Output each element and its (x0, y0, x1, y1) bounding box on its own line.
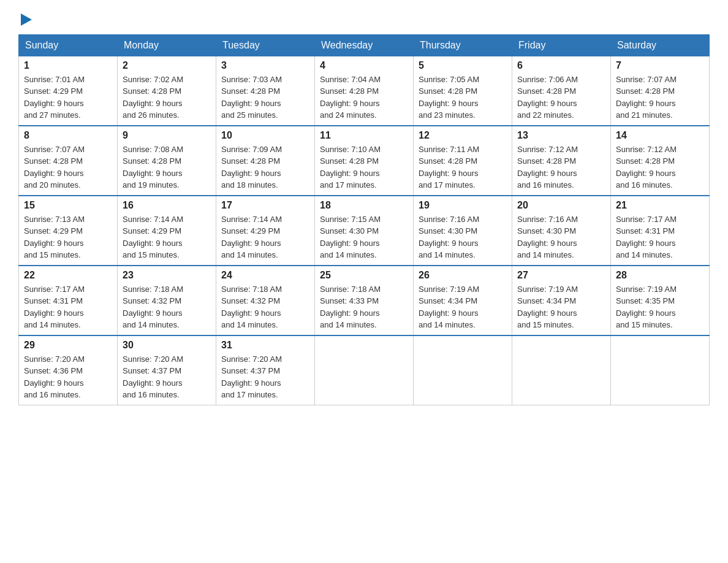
day-number: 9 (123, 130, 211, 141)
calendar-week-row: 29Sunrise: 7:20 AMSunset: 4:36 PMDayligh… (19, 335, 710, 405)
day-info: Sunrise: 7:15 AMSunset: 4:30 PMDaylight:… (320, 213, 408, 261)
day-number: 1 (24, 60, 112, 71)
day-number: 25 (320, 270, 408, 281)
calendar-cell: 6Sunrise: 7:06 AMSunset: 4:28 PMDaylight… (512, 56, 611, 126)
day-number: 13 (517, 130, 605, 141)
calendar-cell: 30Sunrise: 7:20 AMSunset: 4:37 PMDayligh… (118, 335, 216, 405)
day-info: Sunrise: 7:03 AMSunset: 4:28 PMDaylight:… (221, 74, 309, 121)
day-info: Sunrise: 7:18 AMSunset: 4:32 PMDaylight:… (123, 283, 211, 331)
day-number: 19 (419, 200, 507, 211)
day-number: 30 (123, 340, 211, 351)
day-number: 18 (320, 200, 408, 211)
calendar-cell: 18Sunrise: 7:15 AMSunset: 4:30 PMDayligh… (315, 196, 414, 266)
day-number: 16 (123, 200, 211, 211)
calendar-cell: 28Sunrise: 7:19 AMSunset: 4:35 PMDayligh… (611, 266, 710, 335)
calendar-header-row: SundayMondayTuesdayWednesdayThursdayFrid… (19, 34, 710, 56)
day-number: 5 (419, 60, 507, 71)
calendar-cell: 22Sunrise: 7:17 AMSunset: 4:31 PMDayligh… (19, 266, 118, 335)
column-header-saturday: Saturday (611, 34, 710, 56)
calendar-cell: 10Sunrise: 7:09 AMSunset: 4:28 PMDayligh… (216, 126, 315, 196)
day-number: 20 (517, 200, 605, 211)
calendar-table: SundayMondayTuesdayWednesdayThursdayFrid… (18, 34, 710, 405)
calendar-cell: 26Sunrise: 7:19 AMSunset: 4:34 PMDayligh… (414, 266, 512, 335)
day-info: Sunrise: 7:17 AMSunset: 4:31 PMDaylight:… (24, 283, 112, 331)
day-number: 26 (419, 270, 507, 281)
day-number: 23 (123, 270, 211, 281)
day-info: Sunrise: 7:18 AMSunset: 4:32 PMDaylight:… (221, 283, 309, 331)
day-number: 10 (221, 130, 309, 141)
day-number: 14 (616, 130, 704, 141)
calendar-cell: 23Sunrise: 7:18 AMSunset: 4:32 PMDayligh… (118, 266, 216, 335)
calendar-cell: 25Sunrise: 7:18 AMSunset: 4:33 PMDayligh… (315, 266, 414, 335)
calendar-cell: 21Sunrise: 7:17 AMSunset: 4:31 PMDayligh… (611, 196, 710, 266)
day-number: 17 (221, 200, 309, 211)
calendar-cell: 14Sunrise: 7:12 AMSunset: 4:28 PMDayligh… (611, 126, 710, 196)
day-info: Sunrise: 7:05 AMSunset: 4:28 PMDaylight:… (419, 74, 507, 121)
day-info: Sunrise: 7:20 AMSunset: 4:37 PMDaylight:… (221, 353, 309, 401)
calendar-cell: 19Sunrise: 7:16 AMSunset: 4:30 PMDayligh… (414, 196, 512, 266)
calendar-cell: 7Sunrise: 7:07 AMSunset: 4:28 PMDaylight… (611, 56, 710, 126)
calendar-cell: 2Sunrise: 7:02 AMSunset: 4:28 PMDaylight… (118, 56, 216, 126)
day-info: Sunrise: 7:18 AMSunset: 4:33 PMDaylight:… (320, 283, 408, 331)
day-number: 31 (221, 340, 309, 351)
day-info: Sunrise: 7:02 AMSunset: 4:28 PMDaylight:… (123, 74, 211, 121)
day-info: Sunrise: 7:07 AMSunset: 4:28 PMDaylight:… (616, 74, 704, 121)
calendar-cell: 11Sunrise: 7:10 AMSunset: 4:28 PMDayligh… (315, 126, 414, 196)
day-info: Sunrise: 7:14 AMSunset: 4:29 PMDaylight:… (221, 213, 309, 261)
calendar-cell (315, 335, 414, 405)
day-info: Sunrise: 7:11 AMSunset: 4:28 PMDaylight:… (419, 144, 507, 191)
day-info: Sunrise: 7:20 AMSunset: 4:36 PMDaylight:… (24, 353, 112, 401)
day-number: 22 (24, 270, 112, 281)
column-header-tuesday: Tuesday (216, 34, 315, 56)
calendar-cell: 13Sunrise: 7:12 AMSunset: 4:28 PMDayligh… (512, 126, 611, 196)
day-info: Sunrise: 7:19 AMSunset: 4:35 PMDaylight:… (616, 283, 704, 331)
column-header-sunday: Sunday (19, 34, 118, 56)
calendar-cell (414, 335, 512, 405)
day-info: Sunrise: 7:10 AMSunset: 4:28 PMDaylight:… (320, 144, 408, 191)
day-info: Sunrise: 7:13 AMSunset: 4:29 PMDaylight:… (24, 213, 112, 261)
calendar-cell: 20Sunrise: 7:16 AMSunset: 4:30 PMDayligh… (512, 196, 611, 266)
column-header-monday: Monday (118, 34, 216, 56)
column-header-thursday: Thursday (414, 34, 512, 56)
page-header (18, 12, 710, 28)
logo-arrow-icon (21, 13, 32, 26)
calendar-cell: 31Sunrise: 7:20 AMSunset: 4:37 PMDayligh… (216, 335, 315, 405)
day-info: Sunrise: 7:20 AMSunset: 4:37 PMDaylight:… (123, 353, 211, 401)
day-info: Sunrise: 7:16 AMSunset: 4:30 PMDaylight:… (419, 213, 507, 261)
calendar-cell: 16Sunrise: 7:14 AMSunset: 4:29 PMDayligh… (118, 196, 216, 266)
day-info: Sunrise: 7:16 AMSunset: 4:30 PMDaylight:… (517, 213, 605, 261)
day-number: 15 (24, 200, 112, 211)
day-number: 3 (221, 60, 309, 71)
day-number: 27 (517, 270, 605, 281)
day-info: Sunrise: 7:09 AMSunset: 4:28 PMDaylight:… (221, 144, 309, 191)
day-info: Sunrise: 7:01 AMSunset: 4:29 PMDaylight:… (24, 74, 112, 121)
day-number: 29 (24, 340, 112, 351)
day-info: Sunrise: 7:12 AMSunset: 4:28 PMDaylight:… (616, 144, 704, 191)
calendar-cell: 24Sunrise: 7:18 AMSunset: 4:32 PMDayligh… (216, 266, 315, 335)
calendar-cell (512, 335, 611, 405)
day-info: Sunrise: 7:19 AMSunset: 4:34 PMDaylight:… (419, 283, 507, 331)
column-header-friday: Friday (512, 34, 611, 56)
day-number: 24 (221, 270, 309, 281)
day-number: 2 (123, 60, 211, 71)
day-number: 6 (517, 60, 605, 71)
calendar-cell: 27Sunrise: 7:19 AMSunset: 4:34 PMDayligh… (512, 266, 611, 335)
calendar-cell: 5Sunrise: 7:05 AMSunset: 4:28 PMDaylight… (414, 56, 512, 126)
calendar-cell: 4Sunrise: 7:04 AMSunset: 4:28 PMDaylight… (315, 56, 414, 126)
column-header-wednesday: Wednesday (315, 34, 414, 56)
calendar-week-row: 1Sunrise: 7:01 AMSunset: 4:29 PMDaylight… (19, 56, 710, 126)
calendar-week-row: 22Sunrise: 7:17 AMSunset: 4:31 PMDayligh… (19, 266, 710, 335)
day-info: Sunrise: 7:07 AMSunset: 4:28 PMDaylight:… (24, 144, 112, 191)
day-number: 4 (320, 60, 408, 71)
day-number: 11 (320, 130, 408, 141)
day-info: Sunrise: 7:08 AMSunset: 4:28 PMDaylight:… (123, 144, 211, 191)
calendar-week-row: 15Sunrise: 7:13 AMSunset: 4:29 PMDayligh… (19, 196, 710, 266)
day-number: 28 (616, 270, 704, 281)
day-info: Sunrise: 7:17 AMSunset: 4:31 PMDaylight:… (616, 213, 704, 261)
day-number: 7 (616, 60, 704, 71)
calendar-cell: 15Sunrise: 7:13 AMSunset: 4:29 PMDayligh… (19, 196, 118, 266)
calendar-cell: 8Sunrise: 7:07 AMSunset: 4:28 PMDaylight… (19, 126, 118, 196)
day-info: Sunrise: 7:19 AMSunset: 4:34 PMDaylight:… (517, 283, 605, 331)
day-info: Sunrise: 7:14 AMSunset: 4:29 PMDaylight:… (123, 213, 211, 261)
calendar-cell: 29Sunrise: 7:20 AMSunset: 4:36 PMDayligh… (19, 335, 118, 405)
